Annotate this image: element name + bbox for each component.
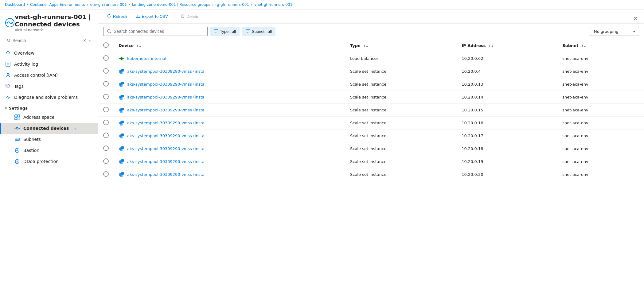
svg-point-5 <box>6 53 7 54</box>
sidebar-item-ddos[interactable]: ! DDoS protection <box>0 156 98 167</box>
delete-button[interactable]: Delete <box>177 12 202 21</box>
svg-rect-53 <box>120 110 123 113</box>
scale-set-icon <box>119 146 125 152</box>
breadcrumb-env[interactable]: env-gh-runners-001 <box>90 2 127 7</box>
breadcrumb-rg[interactable]: rg-gh-runners-001 <box>215 2 249 7</box>
address-space-icon <box>14 114 20 120</box>
subnet-cell: snet-aca-env <box>557 130 644 142</box>
select-all-header[interactable] <box>98 39 114 52</box>
search-connected-container[interactable] <box>103 27 208 36</box>
svg-point-22 <box>19 128 20 129</box>
type-cell: Scale set instance <box>345 65 457 78</box>
row-select-cell[interactable] <box>98 104 114 117</box>
grouping-select[interactable]: No grouping ▾ <box>590 27 639 36</box>
row-select-cell[interactable] <box>98 130 114 142</box>
select-all-radio[interactable] <box>103 42 109 48</box>
clear-search-icon[interactable]: ✕ <box>83 38 86 43</box>
breadcrumb-vnet[interactable]: vnet-gh-runners-001 <box>254 2 292 7</box>
ip-sort-icon[interactable]: ↑↓ <box>488 44 494 48</box>
device-link[interactable]: aks-systempool-30309290-vmss (insta <box>127 82 205 87</box>
breadcrumb-container-apps[interactable]: Container Apps Environments <box>30 2 85 7</box>
type-column-header[interactable]: Type ↑↓ <box>345 39 457 52</box>
device-link[interactable]: aks-systempool-30309290-vmss (insta <box>127 172 205 177</box>
svg-point-3 <box>7 39 10 41</box>
row-radio[interactable] <box>103 81 109 87</box>
device-link[interactable]: aks-systempool-30309290-vmss (insta <box>127 69 205 74</box>
sidebar-item-tags[interactable]: Tags <box>0 81 98 92</box>
row-radio[interactable] <box>103 145 109 151</box>
subnet-cell: snet-aca-env <box>557 155 644 168</box>
row-radio[interactable] <box>103 94 109 99</box>
sidebar-search-input[interactable] <box>13 38 81 43</box>
breadcrumb-resource-groups[interactable]: landing-zone-demo-001 | Resource groups <box>132 2 210 7</box>
grouping-chevron-icon: ▾ <box>633 29 635 34</box>
ddos-label: DDoS protection <box>23 159 59 164</box>
device-column-header[interactable]: Device ↑↓ <box>114 39 345 52</box>
row-select-cell[interactable] <box>98 168 114 181</box>
type-cell: Scale set instance <box>345 117 457 130</box>
settings-section-header[interactable]: ▾ Settings <box>0 103 98 112</box>
sidebar-item-overview[interactable]: Overview <box>0 48 98 59</box>
type-sort-icon[interactable]: ↑↓ <box>363 44 368 48</box>
row-select-cell[interactable] <box>98 78 114 91</box>
table-row: aks-systempool-30309290-vmss (instaScale… <box>98 117 644 130</box>
row-radio[interactable] <box>103 171 109 177</box>
sidebar-item-address-space[interactable]: Address space <box>0 112 98 123</box>
collapse-sidebar-icon[interactable]: « <box>89 38 91 43</box>
row-radio[interactable] <box>103 107 109 112</box>
sidebar-item-connected-devices[interactable]: Connected devices ☆ <box>0 123 98 134</box>
svg-rect-48 <box>121 95 124 97</box>
type-filter-chip[interactable]: Type : all <box>210 27 240 36</box>
svg-rect-16 <box>15 115 17 117</box>
scale-set-icon <box>119 120 125 126</box>
row-select-cell[interactable] <box>98 65 114 78</box>
scale-set-icon <box>119 81 125 87</box>
svg-line-35 <box>110 32 111 33</box>
subnets-label: Subnets <box>23 137 41 142</box>
ip-column-header[interactable]: IP Address ↑↓ <box>457 39 557 52</box>
sidebar-item-iam[interactable]: Access control (IAM) <box>0 70 98 81</box>
scale-set-icon <box>119 172 125 178</box>
close-button[interactable]: ✕ <box>632 14 639 23</box>
device-link[interactable]: aks-systempool-30309290-vmss (insta <box>127 108 205 112</box>
sidebar: vnet-gh-runners-001 | Connected devices … <box>0 10 98 293</box>
device-link[interactable]: kubernetes-internal <box>127 56 166 61</box>
row-select-cell[interactable] <box>98 91 114 104</box>
row-select-cell[interactable] <box>98 155 114 168</box>
table-row: kubernetes-internalLoad balancer10.20.0.… <box>98 52 644 65</box>
connected-devices-favorite-icon[interactable]: ☆ <box>73 126 76 130</box>
type-cell: Scale set instance <box>345 130 457 142</box>
subnet-column-header[interactable]: Subnet ↑↓ <box>557 39 644 52</box>
row-select-cell[interactable] <box>98 52 114 65</box>
ip-cell: 10.20.0.15 <box>457 104 557 117</box>
sidebar-item-activity-log[interactable]: Activity log <box>0 59 98 70</box>
device-link[interactable]: aks-systempool-30309290-vmss (insta <box>127 95 205 99</box>
sidebar-item-diagnose[interactable]: Diagnose and solve problems <box>0 92 98 103</box>
table-row: aks-systempool-30309290-vmss (instaScale… <box>98 142 644 155</box>
sidebar-search-container[interactable]: ✕ « <box>4 36 94 45</box>
refresh-button[interactable]: Refresh <box>103 12 131 21</box>
row-radio[interactable] <box>103 68 109 74</box>
subnet-sort-icon[interactable]: ↑↓ <box>581 44 586 48</box>
device-link[interactable]: aks-systempool-30309290-vmss (insta <box>127 133 205 138</box>
svg-rect-40 <box>121 69 124 72</box>
device-link[interactable]: aks-systempool-30309290-vmss (insta <box>127 121 205 125</box>
device-link[interactable]: aks-systempool-30309290-vmss (insta <box>127 146 205 151</box>
device-link[interactable]: aks-systempool-30309290-vmss (insta <box>127 159 205 164</box>
row-select-cell[interactable] <box>98 117 114 130</box>
search-connected-input[interactable] <box>114 29 204 34</box>
device-sort-icon[interactable]: ↑↓ <box>136 44 142 48</box>
row-radio[interactable] <box>103 158 109 164</box>
row-radio[interactable] <box>103 120 109 125</box>
export-button[interactable]: Export To CSV <box>132 12 172 21</box>
row-radio[interactable] <box>103 133 109 138</box>
resource-title-text: vnet-gh-runners-001 | Connected devices … <box>15 13 93 32</box>
row-radio[interactable] <box>103 55 109 61</box>
sidebar-item-bastion[interactable]: Bastion <box>0 145 98 156</box>
svg-point-2 <box>12 22 13 24</box>
subnet-filter-chip[interactable]: Subnet : all <box>242 27 275 36</box>
sidebar-item-subnets[interactable]: Subnets <box>0 134 98 145</box>
breadcrumb-dashboard[interactable]: Dashboard <box>5 2 25 7</box>
ip-cell: 10.20.0.18 <box>457 142 557 155</box>
row-select-cell[interactable] <box>98 142 114 155</box>
